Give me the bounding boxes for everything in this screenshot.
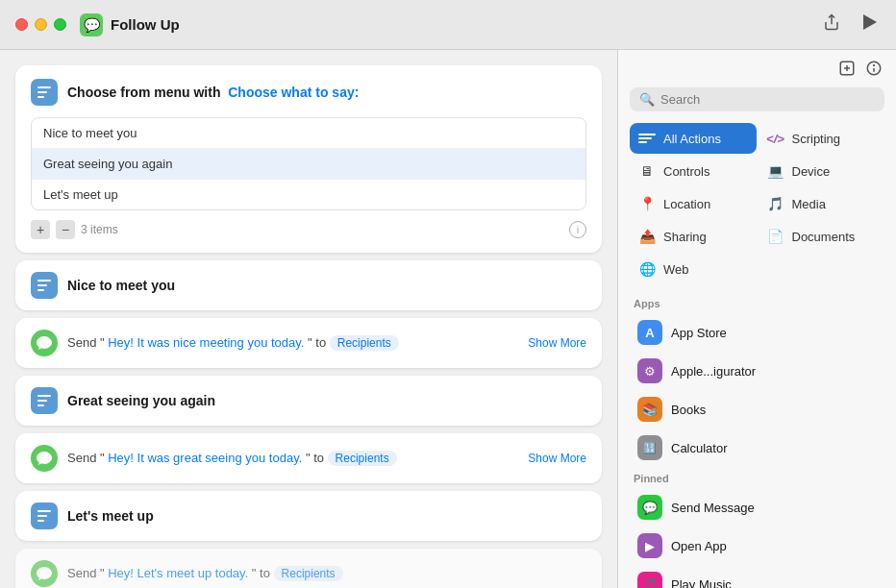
section-label-3: Let's meet up bbox=[67, 508, 154, 524]
action-app-store-label: App Store bbox=[671, 326, 727, 340]
action-books-label: Books bbox=[671, 403, 706, 417]
search-bar: 🔍 bbox=[618, 87, 896, 119]
category-sharing[interactable]: 📤 Sharing bbox=[630, 221, 757, 252]
calculator-icon: 🔢 bbox=[637, 435, 662, 460]
items-count: 3 items bbox=[81, 223, 118, 236]
message-card-3: Send " Hey! Let's meet up today. " to Re… bbox=[15, 549, 602, 588]
documents-icon: 📄 bbox=[766, 227, 785, 246]
section-icon-2 bbox=[31, 387, 58, 414]
svg-rect-4 bbox=[37, 96, 44, 98]
action-calculator-label: Calculator bbox=[671, 441, 728, 455]
category-scripting-label: Scripting bbox=[792, 132, 841, 146]
action-open-app[interactable]: ▶ Open App bbox=[630, 527, 884, 565]
category-web-label: Web bbox=[663, 262, 689, 277]
category-device[interactable]: 💻 Device bbox=[759, 156, 885, 186]
menu-item-2[interactable]: Great seeing you again bbox=[32, 149, 585, 180]
card-title-link[interactable]: Choose what to say: bbox=[228, 85, 359, 100]
main-layout: Choose from menu with Choose what to say… bbox=[0, 50, 896, 588]
categories-grid: All Actions </> Scripting 🖥 Controls 💻 D… bbox=[618, 119, 896, 292]
info-panel-button[interactable] bbox=[865, 60, 883, 82]
section-icon-1 bbox=[31, 272, 58, 299]
recipient-tag-2[interactable]: Recipients bbox=[328, 451, 397, 466]
category-web[interactable]: 🌐 Web bbox=[630, 254, 757, 284]
category-location[interactable]: 📍 Location bbox=[630, 188, 757, 219]
category-all-actions[interactable]: All Actions bbox=[630, 123, 757, 154]
section-lets-meet: Let's meet up bbox=[15, 491, 602, 541]
category-sharing-label: Sharing bbox=[663, 230, 707, 244]
titlebar: 💬 Follow Up bbox=[0, 0, 896, 50]
section-label-1: Nice to meet you bbox=[67, 278, 175, 293]
close-button[interactable] bbox=[15, 18, 28, 31]
titlebar-actions bbox=[819, 10, 881, 39]
play-button[interactable] bbox=[859, 11, 881, 38]
category-media[interactable]: 🎵 Media bbox=[759, 188, 885, 219]
message-text-2: Send " Hey! It was great seeing you toda… bbox=[67, 451, 518, 466]
action-apple-configurator[interactable]: ⚙ Apple...igurator bbox=[630, 352, 884, 390]
window-title: Follow Up bbox=[111, 16, 180, 33]
message-text-1: Send " Hey! It was nice meeting you toda… bbox=[67, 335, 518, 351]
action-app-store[interactable]: A App Store bbox=[630, 313, 884, 352]
message-text-3: Send " Hey! Let's meet up today. " to Re… bbox=[67, 566, 586, 581]
device-icon: 💻 bbox=[766, 161, 785, 181]
section-icon-3 bbox=[31, 502, 58, 529]
apps-section-label: Apps bbox=[630, 292, 884, 313]
app-icon: 💬 bbox=[80, 13, 103, 37]
minimize-button[interactable] bbox=[35, 18, 47, 31]
remove-item-button[interactable]: − bbox=[56, 220, 75, 239]
actions-panel: 🔍 All Actions </> Scripting bbox=[617, 50, 896, 588]
recipient-tag-3[interactable]: Recipients bbox=[274, 566, 343, 581]
svg-marker-1 bbox=[863, 14, 877, 30]
apple-configurator-icon: ⚙ bbox=[637, 358, 662, 383]
category-device-label: Device bbox=[792, 164, 831, 179]
choose-menu-icon bbox=[31, 79, 58, 106]
svg-rect-6 bbox=[37, 284, 47, 286]
show-more-1[interactable]: Show More bbox=[528, 336, 586, 350]
category-documents[interactable]: 📄 Documents bbox=[759, 221, 885, 252]
media-icon: 🎵 bbox=[766, 194, 785, 213]
show-more-2[interactable]: Show More bbox=[528, 452, 586, 465]
action-send-message[interactable]: 💬 Send Message bbox=[630, 488, 884, 527]
svg-rect-9 bbox=[37, 400, 47, 402]
card-info-button[interactable]: i bbox=[569, 221, 586, 238]
message-icon-3 bbox=[31, 560, 58, 587]
category-controls[interactable]: 🖥 Controls bbox=[630, 156, 757, 186]
add-action-button[interactable] bbox=[838, 60, 856, 82]
action-open-app-label: Open App bbox=[671, 539, 727, 553]
search-input[interactable] bbox=[660, 92, 875, 107]
category-scripting[interactable]: </> Scripting bbox=[759, 123, 885, 154]
category-media-label: Media bbox=[792, 197, 826, 211]
card-footer-left: + − 3 items bbox=[31, 220, 118, 239]
play-music-icon: 🎵 bbox=[637, 572, 662, 588]
svg-rect-7 bbox=[37, 289, 44, 291]
message-card-1: Send " Hey! It was nice meeting you toda… bbox=[15, 318, 602, 368]
svg-rect-11 bbox=[37, 510, 51, 512]
section-nice-to-meet: Nice to meet you bbox=[15, 260, 602, 310]
menu-item-1[interactable]: Nice to meet you bbox=[32, 118, 585, 149]
action-play-music[interactable]: 🎵 Play Music bbox=[630, 565, 884, 588]
category-documents-label: Documents bbox=[792, 230, 856, 244]
card-footer: + − 3 items i bbox=[31, 220, 586, 239]
svg-rect-2 bbox=[37, 86, 51, 88]
all-actions-icon bbox=[637, 129, 657, 148]
message-icon-1 bbox=[31, 330, 58, 356]
menu-item-3[interactable]: Let's meet up bbox=[32, 180, 585, 209]
category-all-label: All Actions bbox=[663, 132, 721, 146]
action-play-music-label: Play Music bbox=[671, 577, 732, 589]
location-icon: 📍 bbox=[637, 194, 657, 213]
action-apple-configurator-label: Apple...igurator bbox=[671, 364, 756, 379]
action-books[interactable]: 📚 Books bbox=[630, 390, 884, 429]
category-controls-label: Controls bbox=[663, 164, 709, 179]
action-calculator[interactable]: 🔢 Calculator bbox=[630, 429, 884, 467]
search-icon: 🔍 bbox=[639, 92, 655, 107]
controls-icon: 🖥 bbox=[637, 161, 657, 181]
share-button[interactable] bbox=[819, 10, 844, 39]
action-send-message-label: Send Message bbox=[671, 501, 755, 515]
recipient-tag-1[interactable]: Recipients bbox=[330, 335, 399, 351]
section-great-seeing: Great seeing you again bbox=[15, 376, 602, 426]
svg-rect-5 bbox=[37, 280, 51, 282]
maximize-button[interactable] bbox=[54, 18, 66, 31]
app-store-icon: A bbox=[637, 320, 662, 345]
add-item-button[interactable]: + bbox=[31, 220, 50, 239]
svg-rect-12 bbox=[37, 515, 47, 517]
panel-toolbar bbox=[618, 50, 896, 87]
